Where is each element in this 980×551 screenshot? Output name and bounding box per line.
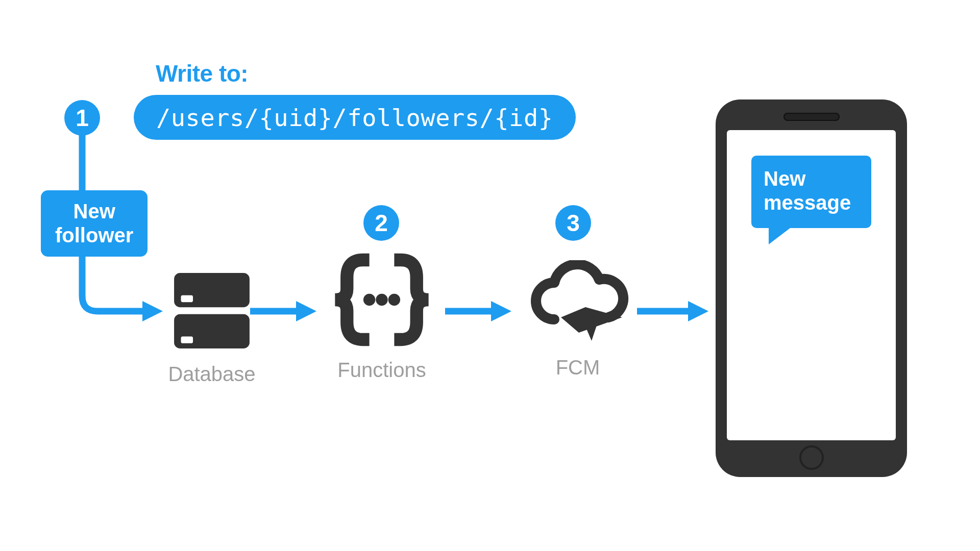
database-node: Database xyxy=(148,268,276,386)
connector-step1-to-chip xyxy=(78,135,88,196)
svg-point-13 xyxy=(376,294,387,306)
new-follower-line1: New xyxy=(55,199,133,223)
functions-icon xyxy=(326,250,438,349)
functions-label: Functions xyxy=(326,359,438,382)
step-badge-1: 1 xyxy=(64,100,100,136)
svg-point-14 xyxy=(388,294,400,306)
phone-speaker xyxy=(783,113,840,121)
fcm-label: FCM xyxy=(511,356,644,379)
database-path-pill: /users/{uid}/followers/{id} xyxy=(134,95,576,140)
fcm-node: FCM xyxy=(511,260,644,379)
notification-bubble: New message xyxy=(751,156,871,228)
svg-marker-3 xyxy=(296,301,316,321)
svg-rect-8 xyxy=(174,273,250,307)
notification-line2: message xyxy=(764,191,859,215)
step-badge-2: 2 xyxy=(363,205,399,241)
phone-screen: New message xyxy=(727,130,896,440)
arrow-functions-to-fcm xyxy=(445,301,517,321)
diagram-canvas: Write to: /users/{uid}/followers/{id} 1 … xyxy=(0,0,980,551)
fcm-icon xyxy=(522,260,634,347)
database-path-text: /users/{uid}/followers/{id} xyxy=(156,104,553,132)
arrow-fcm-to-phone xyxy=(637,301,714,321)
functions-node: Functions xyxy=(326,250,438,382)
svg-rect-11 xyxy=(181,336,193,343)
svg-marker-7 xyxy=(688,301,708,321)
write-to-label: Write to: xyxy=(156,60,248,87)
phone-device: New message xyxy=(716,99,907,477)
notification-line1: New xyxy=(764,167,859,191)
svg-point-12 xyxy=(363,294,375,306)
svg-marker-5 xyxy=(491,301,511,321)
new-follower-line2: follower xyxy=(55,223,133,247)
step-badge-3: 3 xyxy=(555,205,591,241)
svg-rect-9 xyxy=(181,295,193,302)
database-icon xyxy=(169,268,255,354)
phone-home-button xyxy=(799,445,824,470)
database-label: Database xyxy=(148,363,276,386)
